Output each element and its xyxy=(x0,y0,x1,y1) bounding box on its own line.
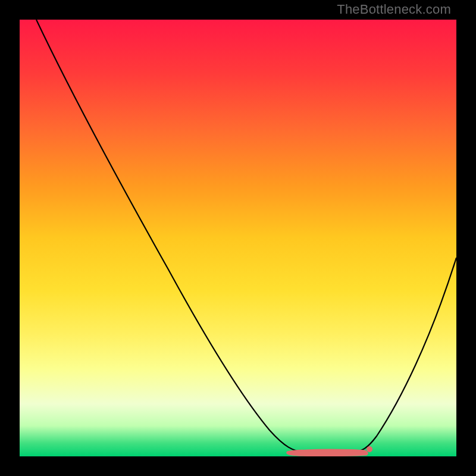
watermark-text: TheBottleneck.com xyxy=(337,2,451,17)
curve-layer xyxy=(20,20,456,456)
minimum-marker-dot xyxy=(367,446,372,452)
chart-frame: TheBottleneck.com xyxy=(0,0,476,476)
minimum-marker-band xyxy=(287,450,367,456)
bottleneck-curve xyxy=(36,20,456,452)
plot-area xyxy=(20,20,456,456)
